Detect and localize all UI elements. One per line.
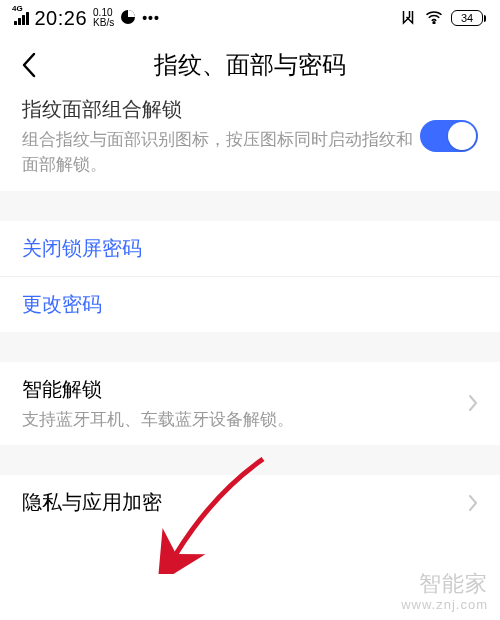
svg-point-1 <box>433 21 435 23</box>
page-header: 指纹、面部与密码 <box>0 36 500 94</box>
combo-unlock-toggle[interactable] <box>420 120 478 152</box>
status-circle-icon <box>120 9 136 28</box>
signal-icon: 4G <box>14 11 29 25</box>
status-right: 34 <box>399 8 486 29</box>
turn-off-password-label: 关闭锁屏密码 <box>22 235 478 262</box>
row-smart-unlock[interactable]: 智能解锁 支持蓝牙耳机、车载蓝牙设备解锁。 <box>0 362 500 446</box>
row-turn-off-password[interactable]: 关闭锁屏密码 <box>0 221 500 276</box>
back-button[interactable] <box>14 45 44 85</box>
wifi-icon <box>425 10 443 27</box>
row-change-password[interactable]: 更改密码 <box>0 277 500 332</box>
row-privacy-encrypt[interactable]: 隐私与应用加密 <box>0 475 500 530</box>
more-dots-icon: ••• <box>142 10 160 26</box>
combo-unlock-sub: 组合指纹与面部识别图标，按压图标同时启动指纹和面部解锁。 <box>22 127 420 177</box>
row-combo-unlock[interactable]: 指纹面部组合解锁 组合指纹与面部识别图标，按压图标同时启动指纹和面部解锁。 <box>0 94 500 191</box>
page-title: 指纹、面部与密码 <box>0 49 500 81</box>
status-left: 4G 20:26 0.10 KB/s ••• <box>14 7 160 30</box>
smart-unlock-sub: 支持蓝牙耳机、车载蓝牙设备解锁。 <box>22 407 468 432</box>
chevron-right-icon <box>468 494 478 512</box>
battery-icon: 34 <box>451 10 486 26</box>
clock: 20:26 <box>35 7 88 30</box>
status-bar: 4G 20:26 0.10 KB/s ••• 34 <box>0 0 500 36</box>
data-rate: 0.10 KB/s <box>93 8 114 28</box>
chevron-left-icon <box>20 51 38 79</box>
nfc-icon <box>399 8 417 29</box>
smart-unlock-label: 智能解锁 <box>22 376 468 403</box>
privacy-encrypt-label: 隐私与应用加密 <box>22 489 468 516</box>
combo-unlock-label: 指纹面部组合解锁 <box>22 96 420 123</box>
chevron-right-icon <box>468 394 478 412</box>
watermark: 智能家 www.znj.com <box>401 569 488 612</box>
change-password-label: 更改密码 <box>22 291 478 318</box>
